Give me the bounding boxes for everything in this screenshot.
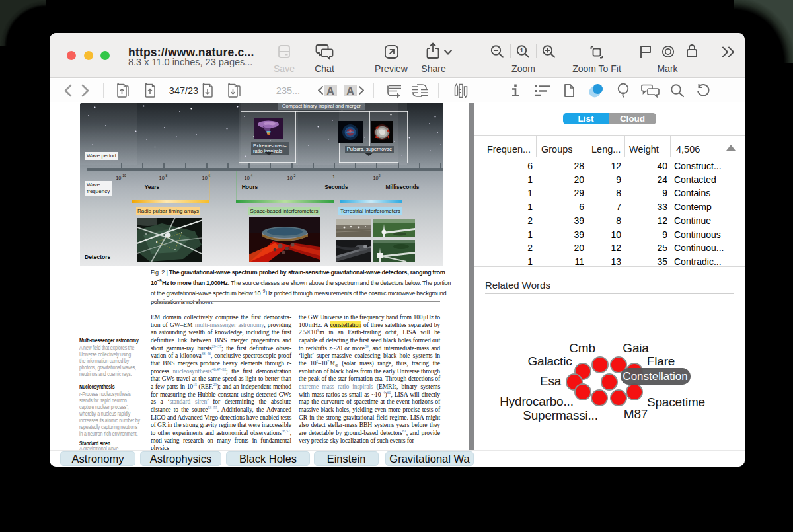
svg-text:1: 1 (520, 46, 524, 54)
svg-text:A: A (346, 85, 354, 96)
svg-text:A: A (326, 85, 334, 96)
